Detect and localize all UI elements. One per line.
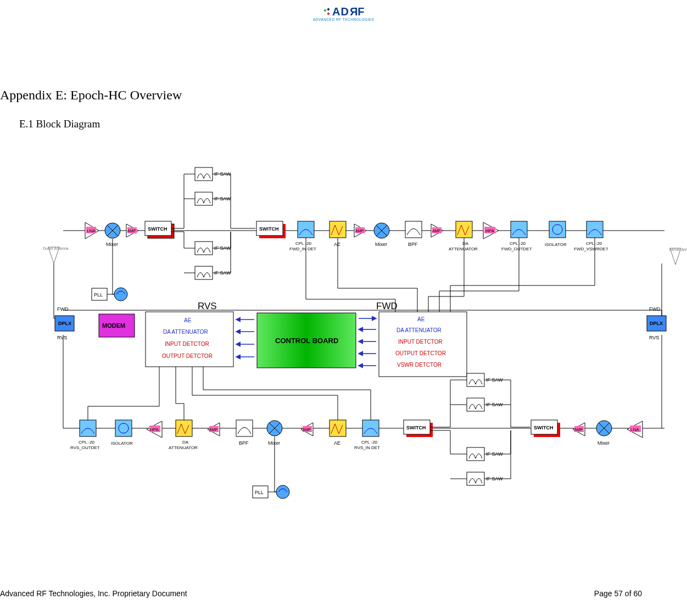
svg-text:DPLX: DPLX xyxy=(58,321,71,326)
modem-icon: MODEM xyxy=(99,314,135,337)
cpl-fwd-vswr-icon: CPL -20FWD_VSWRDET xyxy=(574,221,608,251)
svg-text:AMP: AMP xyxy=(355,229,364,233)
dplx-left-icon: DPLX FWD RVS xyxy=(55,306,74,340)
svg-text:RVS: RVS xyxy=(57,335,67,340)
svg-rect-103 xyxy=(236,420,253,436)
switch-top-left-icon: SWITCH xyxy=(145,221,174,238)
svg-text:SWITCH: SWITCH xyxy=(534,425,554,430)
svg-text:Mixer: Mixer xyxy=(106,242,118,247)
svg-text:AMP: AMP xyxy=(303,428,311,432)
rvs-block: AE DA ATTENUATOR INPUT DETCTOR OUTPUT DE… xyxy=(146,312,233,367)
svg-text:CPL -20FWD_OUTDET: CPL -20FWD_OUTDET xyxy=(501,241,532,251)
svg-text:FWD: FWD xyxy=(57,306,69,312)
amp-bot3-icon: AMP xyxy=(573,423,585,436)
svg-text:PLL: PLL xyxy=(255,490,264,495)
da-atten-bot-icon: DAATTENUATOR xyxy=(169,420,198,450)
svg-text:AMP: AMP xyxy=(432,229,441,233)
da-atten-top-icon: DAATTENUATOR xyxy=(449,221,478,251)
svg-text:LNA: LNA xyxy=(87,228,96,233)
pll-top-icon: PLL xyxy=(92,239,127,301)
donor-antenna-icon: Donor Antenna xyxy=(43,247,69,264)
cpl-rvs-out-icon: CPL -20RVS_OUTDET xyxy=(70,420,100,450)
dplx-right-icon: DPLX FWD RVS xyxy=(647,306,666,340)
svg-text:HPA: HPA xyxy=(150,427,159,432)
svg-text:MODEM: MODEM xyxy=(102,322,125,329)
footer-left: Advanced RF Technologies, Inc. Proprieta… xyxy=(0,589,187,598)
switch-bot-right-icon: SWITCH xyxy=(531,420,560,437)
svg-text:BPF: BPF xyxy=(408,242,418,247)
svg-text:SWITCH: SWITCH xyxy=(148,226,167,232)
svg-text:DAATTENUATOR: DAATTENUATOR xyxy=(449,241,478,251)
isolator-top-icon: ISOLATOR xyxy=(545,221,567,247)
fwd-label: FWD xyxy=(376,301,398,311)
ae-bot-icon: AE xyxy=(329,420,346,446)
switch-top-right-icon: SWITCH xyxy=(256,221,286,238)
svg-rect-2 xyxy=(327,12,330,15)
svg-text:Mixer: Mixer xyxy=(597,440,610,446)
cpl-fwd-in-icon: CPL -20FWD_IN DET xyxy=(289,221,316,251)
svg-text:AMP: AMP xyxy=(209,428,218,432)
block-diagram: Donor Antenna Server Antenna DPLX FWD RV… xyxy=(33,154,686,522)
footer-right: Page 57 of 60 xyxy=(594,589,642,598)
svg-text:LNA: LNA xyxy=(630,427,639,432)
svg-text:DA  ATTENUATOR: DA ATTENUATOR xyxy=(163,329,208,335)
svg-text:Mixer: Mixer xyxy=(268,440,280,446)
svg-text:VSWR  DETCTOR: VSWR DETCTOR xyxy=(397,362,442,368)
logo: ADRF ADVANCED RF TECHNOLOGIES xyxy=(313,5,374,21)
svg-text:OUTPUT  DETCTOR: OUTPUT DETCTOR xyxy=(162,353,213,359)
svg-text:SWITCH: SWITCH xyxy=(406,425,426,430)
page-title: Appendix E: Epoch-HC Overview xyxy=(0,88,182,103)
bpf-bot-icon: BPF xyxy=(236,420,253,446)
amp1-icon: AMP xyxy=(126,224,138,237)
logo-subtext: ADVANCED RF TECHNOLOGIES xyxy=(313,18,374,21)
mixer-top-right-icon: Mixer xyxy=(374,223,389,247)
isolator-bot-icon: ISOLATOR xyxy=(111,420,133,446)
svg-text:CPL -20RVS_IN DET: CPL -20RVS_IN DET xyxy=(354,440,380,450)
svg-text:Mixer: Mixer xyxy=(375,242,387,247)
svg-text:DA  ATTENUATOR: DA ATTENUATOR xyxy=(396,327,442,333)
svg-point-138 xyxy=(276,485,289,499)
svg-rect-98 xyxy=(176,420,192,436)
amp-bot1-icon: AMP xyxy=(208,423,220,436)
svg-text:CPL -20FWD_IN DET: CPL -20FWD_IN DET xyxy=(289,241,316,251)
if-saw-bank-top: IF SAW IF SAW IF SAW IF SAW xyxy=(171,167,255,279)
lna-bot-icon: LNA xyxy=(627,421,643,438)
svg-text:AE: AE xyxy=(334,440,340,446)
svg-rect-39 xyxy=(329,221,346,238)
switch-bot-left-icon: SWITCH xyxy=(404,420,433,437)
bpf-top-icon: BPF xyxy=(405,221,422,247)
svg-text:Server
Antenna: Server Antenna xyxy=(669,248,686,251)
svg-text:RVS: RVS xyxy=(649,335,659,340)
svg-text:AMP: AMP xyxy=(127,229,136,233)
rvs-label: RVS xyxy=(198,301,217,311)
svg-text:CPL -20RVS_OUTDET: CPL -20RVS_OUTDET xyxy=(70,440,100,450)
svg-text:AE: AE xyxy=(334,242,340,247)
svg-text:FWD: FWD xyxy=(649,306,661,312)
svg-rect-92 xyxy=(115,420,132,436)
fwd-block: AE DA ATTENUATOR INPUT DETCTOR OUTPUT DE… xyxy=(379,312,467,377)
svg-text:Donor
Antenna: Donor Antenna xyxy=(43,247,69,250)
server-antenna-icon: Server Antenna xyxy=(669,248,686,265)
svg-rect-46 xyxy=(405,221,422,238)
svg-text:INPUT  DETCTOR: INPUT DETCTOR xyxy=(398,339,443,345)
svg-text:AE: AE xyxy=(184,317,192,323)
svg-text:DPLX: DPLX xyxy=(650,321,663,326)
svg-text:BPF: BPF xyxy=(239,440,249,446)
hpa-top-icon: HPA xyxy=(483,222,499,239)
svg-rect-110 xyxy=(329,420,346,436)
svg-text:PLL: PLL xyxy=(94,292,103,298)
svg-rect-51 xyxy=(456,221,472,238)
cpl-fwd-out-icon: CPL -20FWD_OUTDET xyxy=(501,221,532,251)
amp3-icon: AMP xyxy=(431,224,443,237)
section-title: E.1 Block Diagram xyxy=(19,118,100,130)
control-board-icon: CONTROL BOARD xyxy=(257,313,356,368)
svg-text:ISOLATOR: ISOLATOR xyxy=(545,242,567,247)
if-saw-bank-bottom: IF SAW IF SAW IF SAW IF SAW xyxy=(430,373,530,485)
svg-rect-1 xyxy=(327,8,330,11)
svg-text:DAATTENUATOR: DAATTENUATOR xyxy=(169,440,198,450)
svg-text:AMP: AMP xyxy=(574,428,583,432)
cpl-rvs-in-icon: CPL -20RVS_IN DET xyxy=(354,420,380,450)
svg-text:OUTPUT  DETCTOR: OUTPUT DETCTOR xyxy=(395,350,446,356)
amp2-icon: AMP xyxy=(354,224,366,237)
svg-text:AE: AE xyxy=(417,316,425,322)
